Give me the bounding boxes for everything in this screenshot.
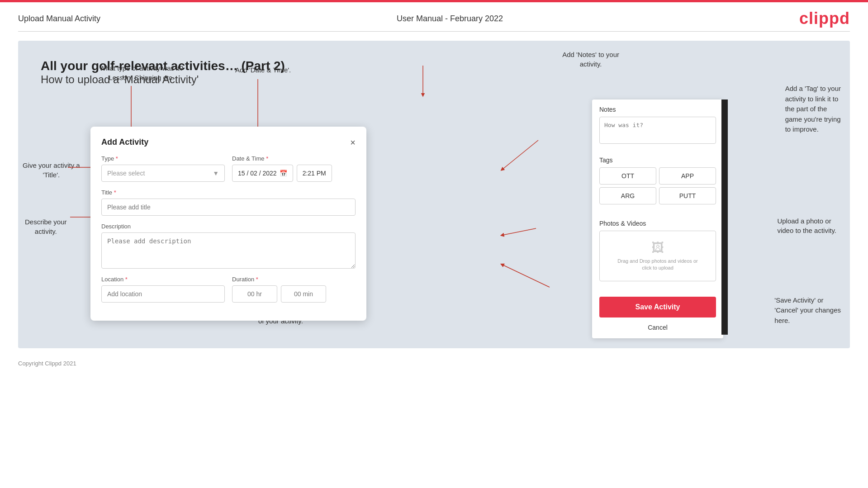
photo-icon: 🖼	[609, 240, 707, 255]
footer: Copyright Clippd 2021	[0, 357, 868, 370]
notes-input[interactable]	[599, 117, 716, 144]
annotation-what-type: What type of activity was it? Lesson, Ch…	[100, 63, 183, 82]
description-label: Description	[101, 223, 356, 230]
duration-min-input[interactable]	[281, 285, 326, 303]
dialog-title: Add Activity	[101, 137, 148, 147]
date-time-inputs: 15 / 02 / 2022 📅 2:21 PM	[232, 165, 356, 182]
duration-label: Duration *	[232, 276, 356, 283]
description-input[interactable]	[101, 232, 356, 269]
title-group: Title *	[101, 189, 356, 216]
tags-label: Tags	[599, 156, 716, 164]
annotation-notes: Add 'Notes' to your activity.	[562, 50, 619, 69]
annotation-describe: Describe your activity.	[25, 217, 67, 236]
title-label: Title *	[101, 189, 356, 196]
location-label: Location *	[101, 276, 225, 283]
tag-app[interactable]: APP	[659, 167, 716, 185]
tags-grid: OTT APP ARG PUTT	[599, 167, 716, 204]
photo-drop-zone[interactable]: 🖼 Drag and Drop photos and videos or cli…	[599, 231, 716, 281]
page-title-left: Upload Manual Activity	[18, 14, 100, 24]
close-button[interactable]: ×	[350, 138, 356, 147]
svg-line-7	[502, 140, 538, 170]
annotation-title: Give your activity a 'Title'.	[23, 161, 80, 180]
description-group: Description	[101, 223, 356, 269]
action-section: Save Activity Cancel	[592, 290, 723, 338]
type-label: Type *	[101, 155, 225, 162]
notes-label: Notes	[599, 106, 716, 113]
duration-group: Duration *	[232, 276, 356, 303]
location-duration-row: Location * Duration *	[101, 276, 356, 303]
datetime-label: Date & Time *	[232, 155, 356, 162]
annotation-save: 'Save Activity' or 'Cancel' your changes…	[774, 295, 841, 326]
add-activity-dialog: Add Activity × Type * Please select ▼ Da…	[90, 127, 366, 321]
tag-putt[interactable]: PUTT	[659, 187, 716, 204]
logo: clippd	[799, 9, 850, 28]
calendar-icon: 📅	[280, 170, 287, 177]
annotation-tag: Add a 'Tag' to your activity to link it …	[785, 84, 841, 135]
type-select[interactable]: Please select ▼	[101, 165, 225, 182]
svg-line-8	[502, 228, 536, 235]
duration-inputs	[232, 285, 356, 303]
tag-arg[interactable]: ARG	[599, 187, 656, 204]
type-datetime-row: Type * Please select ▼ Date & Time * 15 …	[101, 155, 356, 182]
copyright: Copyright Clippd 2021	[18, 360, 76, 367]
title-input[interactable]	[101, 199, 356, 216]
annotation-upload: Upload a photo or video to the activity.	[777, 216, 836, 235]
duration-hr-input[interactable]	[232, 285, 277, 303]
svg-line-9	[502, 265, 550, 287]
datetime-group: Date & Time * 15 / 02 / 2022 📅 2:21 PM	[232, 155, 356, 182]
time-input[interactable]: 2:21 PM	[297, 165, 332, 182]
phone-panel: Notes Tags OTT APP ARG PUTT Photos & Vid…	[592, 99, 723, 338]
location-group: Location *	[101, 276, 225, 303]
date-input[interactable]: 15 / 02 / 2022 📅	[232, 165, 293, 182]
phone-left-border	[721, 99, 728, 335]
type-group: Type * Please select ▼	[101, 155, 225, 182]
photos-label: Photos & Videos	[599, 220, 716, 227]
chevron-down-icon: ▼	[213, 170, 219, 177]
cancel-button-panel[interactable]: Cancel	[599, 321, 716, 334]
manual-title: User Manual - February 2022	[397, 14, 503, 24]
tags-section: Tags OTT APP ARG PUTT	[592, 150, 723, 213]
annotation-date-time: Add 'Date & Time'.	[235, 66, 291, 75]
photo-drop-text: Drag and Drop photos and videos or click…	[609, 258, 707, 272]
photos-section: Photos & Videos 🖼 Drag and Drop photos a…	[592, 213, 723, 290]
dialog-header: Add Activity ×	[101, 137, 356, 147]
save-activity-button[interactable]: Save Activity	[599, 297, 716, 317]
notes-section: Notes	[592, 99, 723, 150]
top-bar: Upload Manual Activity User Manual - Feb…	[0, 0, 868, 32]
main-content: All your golf-relevant activities… (Part…	[18, 41, 850, 348]
tag-ott[interactable]: OTT	[599, 167, 656, 185]
location-input[interactable]	[101, 285, 225, 303]
